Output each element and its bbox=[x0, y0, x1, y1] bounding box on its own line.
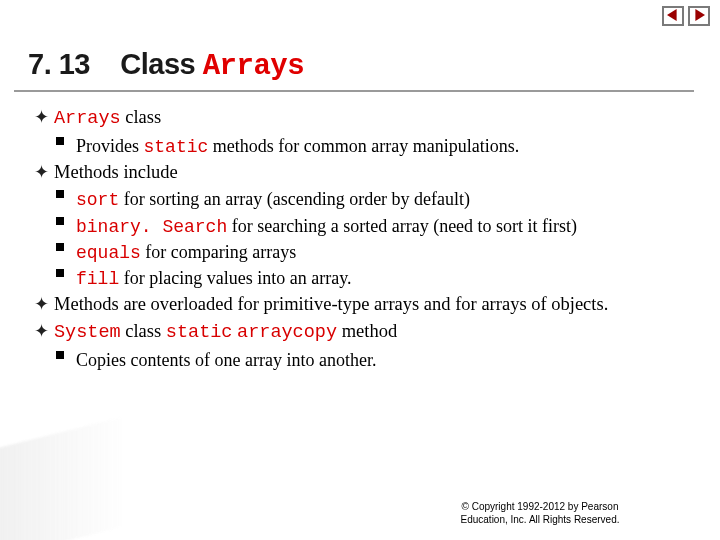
text: class bbox=[121, 107, 162, 127]
svg-marker-0 bbox=[667, 9, 677, 21]
text: for searching a sorted array (need to so… bbox=[227, 216, 577, 236]
text: Provides bbox=[76, 136, 144, 156]
code-fill: fill bbox=[76, 269, 119, 289]
text: for sorting an array (ascending order by… bbox=[119, 189, 470, 209]
code-equals: equals bbox=[76, 243, 141, 263]
title-underline bbox=[14, 90, 694, 92]
nav-next-button[interactable] bbox=[688, 6, 710, 26]
text: method bbox=[337, 321, 397, 341]
svg-marker-1 bbox=[695, 9, 705, 21]
code-static2: static bbox=[166, 322, 233, 343]
subbullet-fill: fill for placing values into an array. bbox=[34, 266, 680, 291]
code-arraycopy: arraycopy bbox=[237, 322, 337, 343]
text: for comparing arrays bbox=[141, 242, 296, 262]
bullet-marker-icon: ✦ bbox=[34, 160, 49, 184]
text: for placing values into an array. bbox=[119, 268, 351, 288]
code-system: System bbox=[54, 322, 121, 343]
copyright-line1: © Copyright 1992-2012 by Pearson bbox=[400, 501, 680, 514]
slide-title: 7. 13 Class Arrays bbox=[28, 48, 304, 83]
subbullet-provides-static: Provides static methods for common array… bbox=[34, 134, 680, 159]
subbullet-sort: sort for sorting an array (ascending ord… bbox=[34, 187, 680, 212]
bullet-marker-icon: ✦ bbox=[34, 319, 49, 343]
bullet-arrays-class: ✦ Arrays class bbox=[34, 105, 680, 132]
text: methods for common array manipulations. bbox=[208, 136, 519, 156]
code-binarysearch: binary. Search bbox=[76, 217, 227, 237]
copyright-footer: © Copyright 1992-2012 by Pearson Educati… bbox=[400, 501, 680, 526]
nav-controls bbox=[662, 6, 710, 26]
text: Methods include bbox=[54, 162, 178, 182]
square-bullet-icon bbox=[56, 269, 64, 277]
slide-content: ✦ Arrays class Provides static methods f… bbox=[34, 105, 680, 374]
bullet-overloaded: ✦ Methods are overloaded for primitive-t… bbox=[34, 292, 680, 317]
square-bullet-icon bbox=[56, 351, 64, 359]
code-arrays: Arrays bbox=[54, 108, 121, 129]
bullet-methods-include: ✦ Methods include bbox=[34, 160, 680, 185]
subbullet-copies: Copies contents of one array into anothe… bbox=[34, 348, 680, 372]
square-bullet-icon bbox=[56, 137, 64, 145]
nav-next-icon bbox=[693, 7, 705, 25]
square-bullet-icon bbox=[56, 243, 64, 251]
title-word-arrays: Arrays bbox=[203, 50, 304, 83]
square-bullet-icon bbox=[56, 190, 64, 198]
code-sort: sort bbox=[76, 190, 119, 210]
subbullet-equals: equals for comparing arrays bbox=[34, 240, 680, 265]
text: Methods are overloaded for primitive-typ… bbox=[54, 294, 608, 314]
title-word-class: Class bbox=[120, 48, 195, 80]
bullet-marker-icon: ✦ bbox=[34, 105, 49, 129]
code-static: static bbox=[144, 137, 209, 157]
bullet-marker-icon: ✦ bbox=[34, 292, 49, 316]
nav-prev-icon bbox=[667, 7, 679, 25]
decorative-wedge bbox=[0, 418, 120, 540]
subbullet-binarysearch: binary. Search for searching a sorted ar… bbox=[34, 214, 680, 239]
text: class bbox=[121, 321, 166, 341]
nav-prev-button[interactable] bbox=[662, 6, 684, 26]
text: Copies contents of one array into anothe… bbox=[76, 350, 376, 370]
copyright-line2: Education, Inc. All Rights Reserved. bbox=[400, 514, 680, 527]
bullet-system-arraycopy: ✦ System class static arraycopy method bbox=[34, 319, 680, 346]
square-bullet-icon bbox=[56, 217, 64, 225]
title-section-number: 7. 13 bbox=[28, 48, 90, 80]
